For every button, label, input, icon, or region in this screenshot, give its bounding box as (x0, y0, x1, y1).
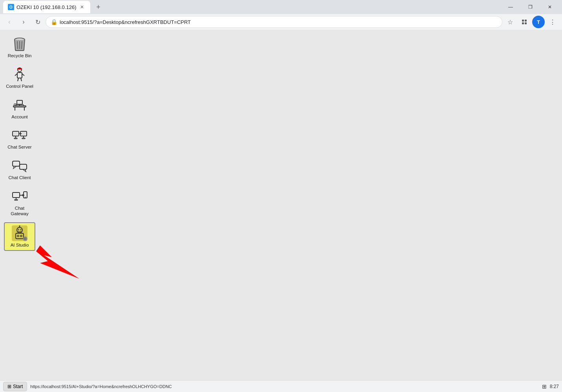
window-controls: — ❐ ✕ (502, 1, 559, 13)
extensions-button[interactable] (518, 16, 531, 28)
status-url: https://localhost:9515/AI+Studio/?a=Home… (30, 384, 542, 389)
recycle-bin-image (12, 36, 27, 52)
svg-rect-55 (23, 238, 27, 239)
svg-point-42 (25, 197, 26, 198)
close-button[interactable]: ✕ (541, 1, 559, 13)
start-label: Start (13, 384, 23, 389)
desktop-area: Recycle Bin (0, 30, 562, 380)
address-bar[interactable]: 🔒 localhost:9515/?a=Desktop&ncrefreshGXR… (46, 16, 502, 28)
lock-icon: 🔒 (51, 19, 57, 25)
reload-button[interactable]: ↻ (31, 16, 44, 28)
svg-rect-23 (13, 132, 18, 135)
account-image (12, 97, 27, 113)
url-text: localhost:9515/?a=Desktop&ncrefreshGXRTB… (60, 19, 497, 25)
ai-studio-icon[interactable]: AI Studio (4, 222, 35, 251)
title-bar: O OZEKI 10 (192.168.0.126) ✕ + — ❐ ✕ (0, 0, 562, 14)
chat-server-icon[interactable]: Chat Server (4, 125, 35, 152)
svg-marker-57 (36, 245, 79, 279)
svg-rect-34 (20, 164, 27, 169)
forward-button[interactable]: › (17, 16, 30, 28)
svg-marker-35 (23, 169, 26, 172)
chat-server-image (12, 127, 27, 143)
ai-studio-image (12, 225, 27, 241)
svg-rect-36 (13, 192, 20, 198)
svg-rect-9 (17, 73, 22, 78)
browser-frame: O OZEKI 10 (192.168.0.126) ✕ + — ❐ ✕ ‹ ›… (0, 0, 562, 392)
new-tab-button[interactable]: + (93, 2, 104, 13)
svg-line-5 (17, 41, 18, 49)
tab-strip: O OZEKI 10 (192.168.0.126) ✕ + (3, 1, 104, 13)
svg-rect-27 (21, 132, 26, 135)
status-bar: ⊞ Start https://localhost:9515/AI+Studio… (0, 380, 562, 392)
svg-point-48 (19, 225, 20, 227)
chat-server-label: Chat Server (7, 145, 31, 150)
svg-rect-29 (22, 138, 25, 139)
svg-rect-38 (15, 200, 18, 200)
chat-gateway-image (12, 189, 27, 204)
control-panel-label: Control Panel (6, 84, 33, 89)
svg-rect-21 (14, 104, 16, 106)
control-panel-icon[interactable]: Control Panel (4, 64, 35, 92)
chat-gateway-label: Chat Gateway (5, 206, 34, 217)
svg-marker-33 (13, 166, 16, 169)
bookmark-button[interactable]: ☆ (504, 16, 516, 28)
status-right: ⊞ 8:27 (542, 383, 559, 390)
chat-gateway-icon[interactable]: Chat Gateway (4, 186, 35, 219)
chat-client-icon[interactable]: Chat Client (4, 156, 35, 183)
svg-point-46 (20, 229, 22, 230)
svg-line-11 (21, 78, 22, 81)
account-icon[interactable]: Account (4, 95, 35, 122)
tab-title: OZEKI 10 (192.168.0.126) (16, 4, 76, 10)
minimize-button[interactable]: — (502, 1, 520, 13)
svg-rect-14 (17, 68, 22, 69)
svg-rect-25 (14, 138, 17, 139)
chat-client-label: Chat Client (9, 175, 31, 181)
start-button[interactable]: ⊞ Start (3, 382, 27, 391)
svg-rect-0 (522, 20, 524, 22)
desktop-icon-container: Recycle Bin (4, 34, 35, 251)
account-label: Account (11, 114, 28, 120)
svg-line-10 (18, 78, 18, 81)
grid-icon[interactable]: ⊞ (542, 383, 547, 390)
control-panel-image (12, 67, 27, 82)
chat-client-image (12, 158, 27, 174)
recycle-bin-icon[interactable]: Recycle Bin (4, 34, 35, 61)
start-icon: ⊞ (7, 384, 11, 389)
svg-rect-32 (13, 161, 20, 166)
active-tab[interactable]: O OZEKI 10 (192.168.0.126) ✕ (3, 1, 90, 13)
svg-rect-18 (17, 100, 22, 104)
menu-button[interactable]: ⋮ (546, 16, 559, 28)
recycle-bin-label: Recycle Bin (8, 53, 32, 59)
svg-rect-2 (522, 22, 524, 24)
navigation-bar: ‹ › ↻ 🔒 localhost:9515/?a=Desktop&ncrefr… (0, 14, 562, 30)
tab-favicon: O (8, 4, 14, 10)
svg-line-7 (22, 41, 22, 49)
ai-studio-label: AI Studio (11, 243, 29, 248)
maximize-button[interactable]: ❐ (521, 1, 539, 13)
svg-point-45 (18, 229, 19, 230)
back-button[interactable]: ‹ (3, 16, 16, 28)
tab-close-button[interactable]: ✕ (78, 4, 86, 11)
svg-rect-1 (525, 20, 527, 22)
svg-rect-3 (525, 22, 527, 24)
clock: 8:27 (550, 384, 559, 389)
profile-button[interactable]: T (532, 16, 545, 28)
